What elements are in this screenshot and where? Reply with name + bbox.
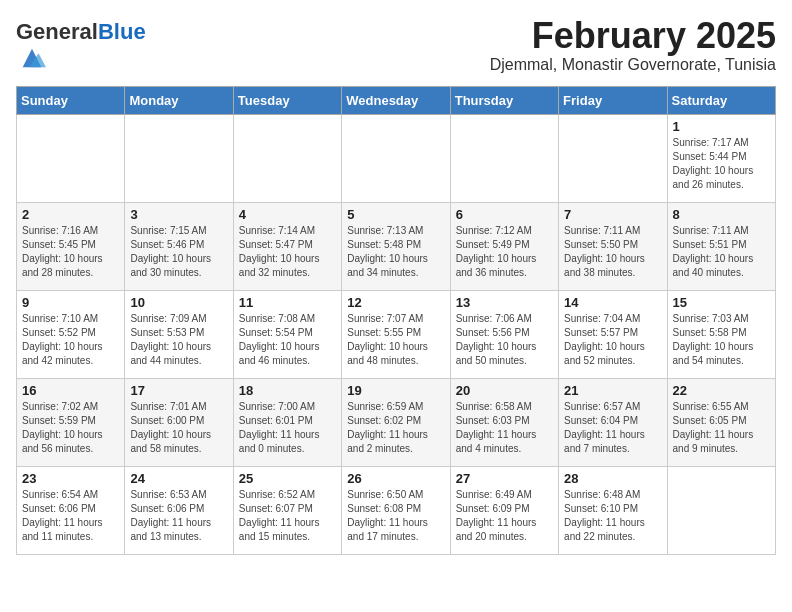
calendar-cell: 13Sunrise: 7:06 AM Sunset: 5:56 PM Dayli… — [450, 291, 558, 379]
day-info: Sunrise: 6:57 AM Sunset: 6:04 PM Dayligh… — [564, 400, 661, 456]
day-number: 20 — [456, 383, 553, 398]
day-info: Sunrise: 7:04 AM Sunset: 5:57 PM Dayligh… — [564, 312, 661, 368]
calendar-cell: 15Sunrise: 7:03 AM Sunset: 5:58 PM Dayli… — [667, 291, 775, 379]
day-number: 5 — [347, 207, 444, 222]
calendar-cell: 1Sunrise: 7:17 AM Sunset: 5:44 PM Daylig… — [667, 115, 775, 203]
logo-general: General — [16, 19, 98, 44]
month-title: February 2025 — [490, 16, 776, 56]
calendar-cell: 4Sunrise: 7:14 AM Sunset: 5:47 PM Daylig… — [233, 203, 341, 291]
day-number: 4 — [239, 207, 336, 222]
calendar-cell: 26Sunrise: 6:50 AM Sunset: 6:08 PM Dayli… — [342, 467, 450, 555]
calendar-cell — [559, 115, 667, 203]
calendar-cell: 21Sunrise: 6:57 AM Sunset: 6:04 PM Dayli… — [559, 379, 667, 467]
day-info: Sunrise: 7:08 AM Sunset: 5:54 PM Dayligh… — [239, 312, 336, 368]
day-info: Sunrise: 7:02 AM Sunset: 5:59 PM Dayligh… — [22, 400, 119, 456]
calendar-cell: 25Sunrise: 6:52 AM Sunset: 6:07 PM Dayli… — [233, 467, 341, 555]
calendar-cell: 10Sunrise: 7:09 AM Sunset: 5:53 PM Dayli… — [125, 291, 233, 379]
calendar-cell — [450, 115, 558, 203]
day-info: Sunrise: 6:49 AM Sunset: 6:09 PM Dayligh… — [456, 488, 553, 544]
day-info: Sunrise: 6:53 AM Sunset: 6:06 PM Dayligh… — [130, 488, 227, 544]
calendar-cell: 27Sunrise: 6:49 AM Sunset: 6:09 PM Dayli… — [450, 467, 558, 555]
day-info: Sunrise: 7:16 AM Sunset: 5:45 PM Dayligh… — [22, 224, 119, 280]
weekday-header-friday: Friday — [559, 87, 667, 115]
logo: GeneralBlue — [16, 20, 146, 76]
day-info: Sunrise: 7:15 AM Sunset: 5:46 PM Dayligh… — [130, 224, 227, 280]
calendar-body: 1Sunrise: 7:17 AM Sunset: 5:44 PM Daylig… — [17, 115, 776, 555]
weekday-header-sunday: Sunday — [17, 87, 125, 115]
day-number: 6 — [456, 207, 553, 222]
calendar-week-3: 9Sunrise: 7:10 AM Sunset: 5:52 PM Daylig… — [17, 291, 776, 379]
calendar-cell — [125, 115, 233, 203]
calendar-cell: 2Sunrise: 7:16 AM Sunset: 5:45 PM Daylig… — [17, 203, 125, 291]
day-number: 21 — [564, 383, 661, 398]
calendar-cell: 6Sunrise: 7:12 AM Sunset: 5:49 PM Daylig… — [450, 203, 558, 291]
day-number: 13 — [456, 295, 553, 310]
calendar-week-5: 23Sunrise: 6:54 AM Sunset: 6:06 PM Dayli… — [17, 467, 776, 555]
calendar-cell: 9Sunrise: 7:10 AM Sunset: 5:52 PM Daylig… — [17, 291, 125, 379]
day-number: 1 — [673, 119, 770, 134]
weekday-header-wednesday: Wednesday — [342, 87, 450, 115]
calendar-cell — [17, 115, 125, 203]
day-info: Sunrise: 7:17 AM Sunset: 5:44 PM Dayligh… — [673, 136, 770, 192]
calendar-cell — [667, 467, 775, 555]
day-number: 28 — [564, 471, 661, 486]
calendar-cell — [342, 115, 450, 203]
day-number: 3 — [130, 207, 227, 222]
calendar-week-4: 16Sunrise: 7:02 AM Sunset: 5:59 PM Dayli… — [17, 379, 776, 467]
day-info: Sunrise: 6:55 AM Sunset: 6:05 PM Dayligh… — [673, 400, 770, 456]
calendar-cell: 7Sunrise: 7:11 AM Sunset: 5:50 PM Daylig… — [559, 203, 667, 291]
day-number: 18 — [239, 383, 336, 398]
day-number: 19 — [347, 383, 444, 398]
calendar-cell: 22Sunrise: 6:55 AM Sunset: 6:05 PM Dayli… — [667, 379, 775, 467]
calendar-cell: 11Sunrise: 7:08 AM Sunset: 5:54 PM Dayli… — [233, 291, 341, 379]
day-number: 25 — [239, 471, 336, 486]
day-info: Sunrise: 7:14 AM Sunset: 5:47 PM Dayligh… — [239, 224, 336, 280]
calendar-cell — [233, 115, 341, 203]
day-info: Sunrise: 6:52 AM Sunset: 6:07 PM Dayligh… — [239, 488, 336, 544]
day-info: Sunrise: 7:11 AM Sunset: 5:50 PM Dayligh… — [564, 224, 661, 280]
page-header: GeneralBlue February 2025 Djemmal, Monas… — [16, 16, 776, 76]
day-number: 26 — [347, 471, 444, 486]
calendar-cell: 3Sunrise: 7:15 AM Sunset: 5:46 PM Daylig… — [125, 203, 233, 291]
weekday-header-row: SundayMondayTuesdayWednesdayThursdayFrid… — [17, 87, 776, 115]
day-info: Sunrise: 7:11 AM Sunset: 5:51 PM Dayligh… — [673, 224, 770, 280]
day-number: 14 — [564, 295, 661, 310]
day-info: Sunrise: 7:03 AM Sunset: 5:58 PM Dayligh… — [673, 312, 770, 368]
day-number: 9 — [22, 295, 119, 310]
day-info: Sunrise: 7:10 AM Sunset: 5:52 PM Dayligh… — [22, 312, 119, 368]
title-block: February 2025 Djemmal, Monastir Governor… — [490, 16, 776, 74]
calendar-week-2: 2Sunrise: 7:16 AM Sunset: 5:45 PM Daylig… — [17, 203, 776, 291]
day-number: 11 — [239, 295, 336, 310]
weekday-header-monday: Monday — [125, 87, 233, 115]
calendar-cell: 18Sunrise: 7:00 AM Sunset: 6:01 PM Dayli… — [233, 379, 341, 467]
day-info: Sunrise: 6:59 AM Sunset: 6:02 PM Dayligh… — [347, 400, 444, 456]
day-info: Sunrise: 7:12 AM Sunset: 5:49 PM Dayligh… — [456, 224, 553, 280]
day-info: Sunrise: 7:13 AM Sunset: 5:48 PM Dayligh… — [347, 224, 444, 280]
day-number: 17 — [130, 383, 227, 398]
day-number: 10 — [130, 295, 227, 310]
calendar-cell: 8Sunrise: 7:11 AM Sunset: 5:51 PM Daylig… — [667, 203, 775, 291]
weekday-header-tuesday: Tuesday — [233, 87, 341, 115]
day-info: Sunrise: 6:54 AM Sunset: 6:06 PM Dayligh… — [22, 488, 119, 544]
day-info: Sunrise: 7:06 AM Sunset: 5:56 PM Dayligh… — [456, 312, 553, 368]
calendar-cell: 20Sunrise: 6:58 AM Sunset: 6:03 PM Dayli… — [450, 379, 558, 467]
calendar-cell: 17Sunrise: 7:01 AM Sunset: 6:00 PM Dayli… — [125, 379, 233, 467]
calendar-week-1: 1Sunrise: 7:17 AM Sunset: 5:44 PM Daylig… — [17, 115, 776, 203]
day-number: 16 — [22, 383, 119, 398]
day-info: Sunrise: 7:07 AM Sunset: 5:55 PM Dayligh… — [347, 312, 444, 368]
day-number: 2 — [22, 207, 119, 222]
calendar-cell: 12Sunrise: 7:07 AM Sunset: 5:55 PM Dayli… — [342, 291, 450, 379]
calendar-cell: 28Sunrise: 6:48 AM Sunset: 6:10 PM Dayli… — [559, 467, 667, 555]
day-info: Sunrise: 6:58 AM Sunset: 6:03 PM Dayligh… — [456, 400, 553, 456]
day-info: Sunrise: 7:09 AM Sunset: 5:53 PM Dayligh… — [130, 312, 227, 368]
day-number: 23 — [22, 471, 119, 486]
calendar-cell: 14Sunrise: 7:04 AM Sunset: 5:57 PM Dayli… — [559, 291, 667, 379]
calendar-cell: 23Sunrise: 6:54 AM Sunset: 6:06 PM Dayli… — [17, 467, 125, 555]
calendar-header: SundayMondayTuesdayWednesdayThursdayFrid… — [17, 87, 776, 115]
calendar-cell: 5Sunrise: 7:13 AM Sunset: 5:48 PM Daylig… — [342, 203, 450, 291]
calendar-cell: 24Sunrise: 6:53 AM Sunset: 6:06 PM Dayli… — [125, 467, 233, 555]
day-number: 8 — [673, 207, 770, 222]
calendar-cell: 16Sunrise: 7:02 AM Sunset: 5:59 PM Dayli… — [17, 379, 125, 467]
day-number: 24 — [130, 471, 227, 486]
weekday-header-thursday: Thursday — [450, 87, 558, 115]
